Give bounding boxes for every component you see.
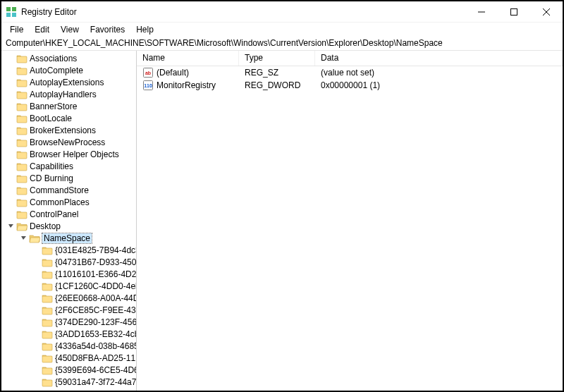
expander-none	[6, 161, 16, 171]
registry-tree: AssociationsAutoCompleteAutoplayExtensio…	[1, 51, 136, 391]
tree-item-label: ControlPanel	[30, 209, 78, 219]
tree-item-label: BrokerExtensions	[30, 125, 96, 135]
tree-item-label: AutoComplete	[30, 66, 83, 75]
tree-item-label: {59031a47-3f72-44a7-89c	[55, 377, 137, 387]
tree-item[interactable]: BannerStore	[1, 100, 136, 112]
tree-item-label: {2F6CE85C-F9EE-43CA-9	[55, 305, 137, 315]
maximize-button[interactable]	[498, 1, 530, 23]
value-type: REG_DWORD	[239, 80, 315, 91]
value-data: 0x00000001 (1)	[315, 80, 563, 91]
close-button[interactable]	[530, 1, 563, 23]
tree-item[interactable]: {04731B67-D933-450a-90	[1, 256, 136, 268]
tree-item[interactable]: CommandStore	[1, 184, 136, 196]
value-name: (Default)	[157, 68, 189, 78]
tree-item-label: {11016101-E366-4D22-BC	[55, 269, 137, 279]
tree-item[interactable]: {11016101-E366-4D22-BC	[1, 268, 136, 280]
tree-item[interactable]: {3ADD1653-EB32-4cb0-B	[1, 328, 136, 340]
main-split: AssociationsAutoCompleteAutoplayExtensio…	[1, 51, 563, 391]
column-type[interactable]: Type	[239, 51, 315, 66]
expander-none	[31, 305, 41, 315]
folder-icon	[42, 353, 53, 363]
expander-none	[31, 293, 41, 303]
app-icon	[6, 6, 17, 18]
address-bar[interactable]: Computer\HKEY_LOCAL_MACHINE\SOFTWARE\Mic…	[1, 37, 563, 51]
values-header: Name Type Data	[137, 51, 563, 66]
tree-item-label: BootLocale	[30, 114, 72, 123]
expander-none	[6, 125, 16, 135]
folder-icon	[42, 305, 53, 315]
folder-icon	[16, 185, 27, 195]
maximize-icon	[510, 8, 517, 16]
column-name[interactable]: Name	[137, 51, 239, 66]
expander-none	[6, 102, 16, 111]
value-name-cell: ab(Default)	[137, 66, 239, 79]
menu-view[interactable]: View	[55, 23, 85, 36]
tree-item-label: {26EE0668-A00A-44D7-93	[55, 293, 137, 303]
expander-none	[6, 78, 16, 87]
menu-file[interactable]: File	[4, 23, 29, 36]
folder-icon	[42, 293, 53, 303]
expander-open-icon[interactable]	[6, 221, 16, 231]
tree-item[interactable]: BrowseNewProcess	[1, 136, 136, 148]
menu-edit[interactable]: Edit	[29, 23, 55, 36]
tree-item[interactable]: NameSpace	[1, 232, 136, 244]
svg-rect-1	[12, 7, 16, 11]
tree-item[interactable]: {450D8FBA-AD25-11D0-9	[1, 352, 136, 364]
tree-item[interactable]: Desktop	[1, 220, 136, 232]
tree-item[interactable]: Capabilities	[1, 160, 136, 172]
tree-item[interactable]: BrokerExtensions	[1, 124, 136, 136]
registry-editor-window: Registry Editor FileEditViewFavoritesHel…	[0, 0, 564, 392]
expander-none	[31, 353, 41, 363]
menu-favorites[interactable]: Favorites	[85, 23, 130, 36]
tree-item[interactable]: Associations	[1, 52, 136, 64]
tree-item[interactable]: {1CF1260C-4DD0-4ebb-8	[1, 280, 136, 292]
folder-icon	[42, 317, 53, 327]
tree-item[interactable]: Browser Helper Objects	[1, 148, 136, 160]
tree-item[interactable]: AutoComplete	[1, 64, 136, 76]
folder-icon	[42, 329, 53, 339]
tree-item[interactable]: {5b934b42-522b-4c34-bb	[1, 388, 136, 391]
folder-icon	[16, 114, 27, 123]
value-row[interactable]: ab(Default)REG_SZ(value not set)	[137, 66, 563, 79]
menu-help[interactable]: Help	[130, 23, 159, 36]
folder-icon	[42, 269, 53, 279]
tree-item[interactable]: {59031a47-3f72-44a7-89c	[1, 376, 136, 388]
tree-item[interactable]: {2F6CE85C-F9EE-43CA-9	[1, 304, 136, 316]
svg-rect-4	[511, 8, 517, 15]
expander-none	[6, 66, 16, 75]
tree-item-label: {4336a54d-038b-4685-ab	[55, 341, 137, 351]
value-row[interactable]: 110MonitorRegistryREG_DWORD0x00000001 (1…	[137, 79, 563, 92]
reg-string-icon: ab	[142, 67, 154, 78]
tree-item[interactable]: {374DE290-123F-4565-91	[1, 316, 136, 328]
folder-open-icon	[16, 221, 27, 231]
tree-item[interactable]: {4336a54d-038b-4685-ab	[1, 340, 136, 352]
tree-item[interactable]: CD Burning	[1, 172, 136, 184]
values-pane[interactable]: Name Type Data ab(Default)REG_SZ(value n…	[137, 51, 563, 391]
tree-pane[interactable]: AssociationsAutoCompleteAutoplayExtensio…	[1, 51, 137, 391]
folder-icon	[16, 90, 27, 99]
tree-item[interactable]: AutoplayHandlers	[1, 88, 136, 100]
expander-open-icon[interactable]	[18, 233, 28, 243]
tree-item[interactable]: {031E4825-7B94-4dc3-B1	[1, 244, 136, 256]
menubar: FileEditViewFavoritesHelp	[1, 23, 563, 37]
folder-icon	[16, 137, 27, 147]
folder-icon	[16, 197, 27, 207]
column-data[interactable]: Data	[315, 51, 563, 66]
expander-none	[31, 329, 41, 339]
folder-icon	[42, 341, 53, 351]
tree-item[interactable]: {5399E694-6CE5-4D6C-8	[1, 364, 136, 376]
expander-none	[31, 257, 41, 267]
tree-item[interactable]: {26EE0668-A00A-44D7-93	[1, 292, 136, 304]
folder-icon	[42, 245, 53, 255]
tree-item[interactable]: AutoplayExtensions	[1, 76, 136, 88]
tree-item[interactable]: CommonPlaces	[1, 196, 136, 208]
tree-item[interactable]: ControlPanel	[1, 208, 136, 220]
minimize-button[interactable]	[465, 1, 498, 23]
expander-none	[31, 281, 41, 291]
value-data: (value not set)	[315, 67, 563, 78]
tree-item[interactable]: BootLocale	[1, 112, 136, 124]
tree-item-label: {450D8FBA-AD25-11D0-9	[55, 353, 137, 363]
tree-item-label: {3ADD1653-EB32-4cb0-B	[55, 329, 137, 339]
svg-rect-2	[6, 13, 11, 17]
folder-icon	[16, 209, 27, 219]
